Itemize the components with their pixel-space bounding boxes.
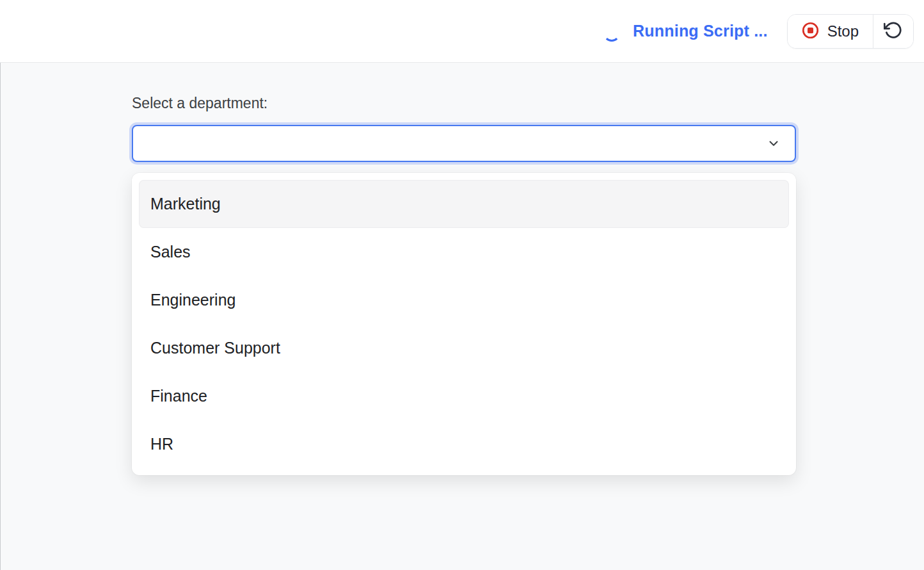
department-dropdown-panel: Marketing Sales Engineering Customer Sup… xyxy=(132,173,796,475)
reset-button[interactable] xyxy=(873,15,913,48)
screen: Running Script ... Stop xyxy=(0,0,924,570)
topbar: Running Script ... Stop xyxy=(0,0,924,63)
stop-button-label: Stop xyxy=(827,22,859,40)
dropdown-option-finance[interactable]: Finance xyxy=(139,372,789,420)
department-select-label: Select a department: xyxy=(132,95,924,112)
department-select[interactable] xyxy=(132,125,796,162)
stop-icon xyxy=(802,22,819,41)
dropdown-option-hr[interactable]: HR xyxy=(139,420,789,468)
reset-icon xyxy=(884,20,903,42)
dropdown-option-customer-support[interactable]: Customer Support xyxy=(139,324,789,372)
dropdown-option-marketing[interactable]: Marketing xyxy=(139,180,789,228)
stop-button[interactable]: Stop xyxy=(788,15,873,48)
dropdown-option-sales[interactable]: Sales xyxy=(139,228,789,276)
loading-spinner-icon xyxy=(603,25,620,42)
status-text: Running Script ... xyxy=(633,22,768,40)
chevron-down-icon xyxy=(767,136,781,151)
script-controls-group: Stop xyxy=(787,14,914,49)
script-status: Running Script ... xyxy=(603,21,768,42)
main-content: Select a department: Marketing Sales Eng… xyxy=(0,63,924,570)
dropdown-option-engineering[interactable]: Engineering xyxy=(139,276,789,324)
